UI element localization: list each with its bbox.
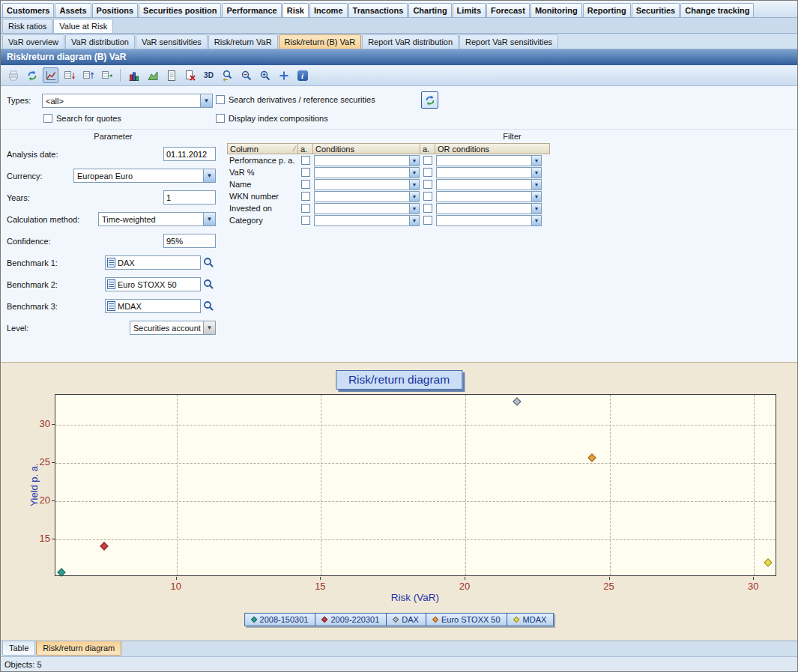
and-header-2[interactable]: a. bbox=[420, 143, 435, 154]
tab-income[interactable]: Income bbox=[309, 3, 348, 17]
chevron-down-icon[interactable]: ▼ bbox=[531, 180, 541, 190]
legend-item-mdax[interactable]: MDAX bbox=[507, 613, 554, 626]
chevron-down-icon[interactable]: ▼ bbox=[409, 156, 419, 166]
legend-item-euro-stoxx-50[interactable]: Euro STOXX 50 bbox=[426, 613, 508, 626]
or-conditions-select[interactable]: ▼ bbox=[436, 167, 542, 178]
or-conditions-select[interactable]: ▼ bbox=[436, 155, 542, 166]
legend-item-2008-150301[interactable]: 2008-150301 bbox=[244, 613, 316, 626]
analysis-date-input[interactable] bbox=[163, 147, 216, 161]
or-checkbox[interactable] bbox=[423, 192, 432, 201]
tab-forecast[interactable]: Forecast bbox=[486, 3, 530, 17]
zoom-previous-icon[interactable] bbox=[220, 67, 235, 83]
chevron-down-icon[interactable]: ▼ bbox=[531, 192, 541, 202]
or-conditions-header[interactable]: OR conditions bbox=[435, 143, 550, 154]
chart-arrow-up-icon[interactable] bbox=[80, 67, 96, 83]
chevron-down-icon[interactable]: ▼ bbox=[409, 204, 419, 214]
and-checkbox[interactable] bbox=[301, 192, 310, 201]
tab-risk-return-var[interactable]: Risk/return VaR bbox=[208, 34, 278, 49]
or-conditions-select[interactable]: ▼ bbox=[436, 215, 542, 226]
crosshair-icon[interactable] bbox=[276, 67, 291, 83]
legend-item-dax[interactable]: DAX bbox=[386, 613, 426, 626]
data-point-dax[interactable] bbox=[513, 398, 522, 406]
search-quotes-option[interactable]: Search for quotes bbox=[43, 114, 121, 123]
zoom-window-icon[interactable] bbox=[257, 67, 273, 83]
column-header[interactable]: Column ∕ bbox=[227, 143, 298, 154]
tab-report-var-sensitivities[interactable]: Report VaR sensitivities bbox=[459, 34, 558, 49]
data-point-2008-150301[interactable] bbox=[57, 568, 65, 576]
level-select[interactable]: Securities account ▼ bbox=[130, 321, 216, 335]
tab-securities[interactable]: Securities bbox=[632, 3, 680, 17]
chevron-down-icon[interactable]: ▼ bbox=[203, 321, 215, 334]
chart-arrow-sum-icon[interactable] bbox=[99, 67, 115, 83]
conditions-select[interactable]: ▼ bbox=[314, 155, 420, 166]
tab-transactions[interactable]: Transactions bbox=[348, 3, 408, 17]
tab-limits[interactable]: Limits bbox=[453, 3, 486, 17]
tab-risk-ratios[interactable]: Risk ratios bbox=[2, 19, 52, 33]
tab-monitoring[interactable]: Monitoring bbox=[531, 3, 582, 17]
and-header[interactable]: a. bbox=[298, 143, 313, 154]
tab-reporting[interactable]: Reporting bbox=[583, 3, 631, 17]
bottom-tab-risk-return-diagram[interactable]: Risk/return diagram bbox=[36, 641, 121, 656]
chevron-down-icon[interactable]: ▼ bbox=[531, 216, 541, 225]
area-chart-icon[interactable] bbox=[145, 67, 160, 83]
or-conditions-select[interactable]: ▼ bbox=[436, 179, 542, 190]
conditions-select[interactable]: ▼ bbox=[314, 215, 420, 226]
or-checkbox[interactable] bbox=[423, 156, 432, 165]
or-checkbox[interactable] bbox=[423, 180, 432, 189]
benchmark2-field[interactable]: Euro STOXX 50 bbox=[105, 277, 201, 291]
tab-charting[interactable]: Charting bbox=[408, 3, 451, 17]
bottom-tab-table[interactable]: Table bbox=[2, 641, 35, 656]
refresh-icon[interactable] bbox=[24, 67, 40, 83]
tab-report-var-distribution[interactable]: Report VaR distribution bbox=[362, 34, 459, 49]
conditions-select[interactable]: ▼ bbox=[314, 179, 420, 190]
data-point-2009-220301[interactable] bbox=[100, 542, 109, 550]
refresh-button[interactable] bbox=[421, 91, 438, 109]
tab-performance[interactable]: Performance bbox=[222, 3, 281, 17]
edit-chart-icon[interactable] bbox=[43, 67, 58, 83]
benchmark1-search-icon[interactable] bbox=[201, 257, 216, 268]
info-icon[interactable]: i bbox=[294, 67, 310, 83]
chevron-down-icon[interactable]: ▼ bbox=[531, 156, 541, 166]
tab-var-distribution[interactable]: VaR distribution bbox=[65, 34, 135, 49]
legend-item-2009-220301[interactable]: 2009-220301 bbox=[315, 613, 387, 626]
tab-assets[interactable]: Assets bbox=[55, 3, 91, 17]
chevron-down-icon[interactable]: ▼ bbox=[531, 204, 541, 214]
bar-chart-icon[interactable] bbox=[126, 67, 142, 83]
and-checkbox[interactable] bbox=[301, 180, 310, 189]
tab-var-sensitivities[interactable]: VaR sensitivities bbox=[136, 34, 208, 49]
tab-securities-position[interactable]: Securities position bbox=[139, 3, 221, 17]
chart-arrow-down-icon[interactable] bbox=[61, 67, 77, 83]
chevron-down-icon[interactable]: ▼ bbox=[203, 169, 215, 182]
conditions-header[interactable]: Conditions bbox=[313, 143, 420, 154]
confidence-input[interactable] bbox=[163, 234, 216, 248]
years-input[interactable] bbox=[163, 190, 216, 205]
and-checkbox[interactable] bbox=[301, 216, 310, 225]
display-index-option[interactable]: Display index compositions bbox=[216, 114, 328, 123]
or-checkbox[interactable] bbox=[423, 168, 432, 177]
3d-view-icon[interactable]: 3D bbox=[201, 67, 217, 83]
search-quotes-checkbox[interactable] bbox=[43, 114, 52, 123]
search-derivatives-checkbox[interactable] bbox=[216, 95, 225, 104]
chevron-down-icon[interactable]: ▼ bbox=[409, 216, 419, 225]
and-checkbox[interactable] bbox=[301, 156, 310, 165]
tab-value-at-risk[interactable]: Value at Risk bbox=[53, 19, 113, 33]
tab-change-tracking[interactable]: Change tracking bbox=[680, 3, 754, 17]
benchmark1-field[interactable]: DAX bbox=[105, 255, 201, 270]
tab-customers[interactable]: Customers bbox=[2, 3, 54, 17]
benchmark3-field[interactable]: MDAX bbox=[105, 299, 201, 313]
and-checkbox[interactable] bbox=[301, 168, 310, 177]
chevron-down-icon[interactable]: ▼ bbox=[409, 168, 419, 178]
chevron-down-icon[interactable]: ▼ bbox=[409, 180, 419, 190]
conditions-select[interactable]: ▼ bbox=[314, 203, 420, 214]
calculation-method-select[interactable]: Time-weighted ▼ bbox=[98, 212, 216, 226]
or-checkbox[interactable] bbox=[423, 204, 432, 213]
plot-area[interactable] bbox=[55, 394, 776, 576]
report-icon[interactable] bbox=[163, 67, 179, 83]
types-select[interactable]: <all> ▼ bbox=[42, 94, 213, 108]
search-derivatives-option[interactable]: Search derivatives / reference securitie… bbox=[216, 95, 375, 104]
or-conditions-select[interactable]: ▼ bbox=[436, 203, 542, 214]
conditions-select[interactable]: ▼ bbox=[314, 191, 420, 202]
zoom-out-icon[interactable] bbox=[238, 67, 254, 83]
tab-positions[interactable]: Positions bbox=[92, 3, 139, 17]
chevron-down-icon[interactable]: ▼ bbox=[200, 94, 212, 107]
